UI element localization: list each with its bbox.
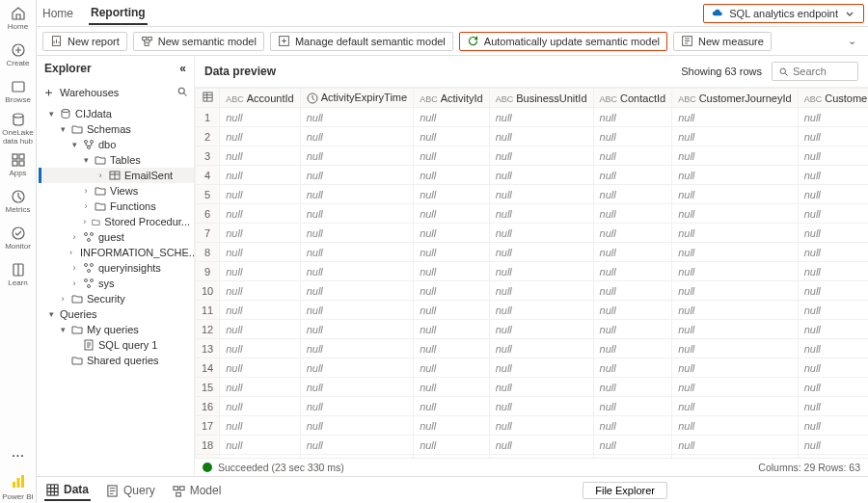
cell[interactable]: null bbox=[489, 108, 593, 127]
rail-apps[interactable]: Apps bbox=[0, 146, 37, 183]
cell[interactable]: null bbox=[300, 416, 413, 436]
column-header[interactable]: ABCCustomerJourney bbox=[798, 89, 868, 108]
cell[interactable]: null bbox=[593, 127, 672, 146]
table-row[interactable]: 15nullnullnullnullnullnullnull bbox=[196, 378, 869, 397]
cell[interactable]: null bbox=[798, 127, 868, 146]
rail-powerbi[interactable]: Power BI bbox=[0, 466, 37, 503]
table-row[interactable]: 8nullnullnullnullnullnullnull bbox=[196, 243, 869, 262]
cell[interactable]: null bbox=[672, 320, 799, 339]
cell[interactable]: null bbox=[220, 146, 300, 166]
table-row[interactable]: 16nullnullnullnullnullnullnull bbox=[196, 397, 869, 416]
cell[interactable]: null bbox=[798, 339, 868, 358]
cell[interactable]: null bbox=[798, 146, 868, 166]
cell[interactable]: null bbox=[798, 436, 868, 455]
cell[interactable]: null bbox=[220, 378, 300, 397]
cell[interactable]: null bbox=[798, 224, 868, 243]
cell[interactable]: null bbox=[672, 416, 799, 436]
tree-infoschema[interactable]: ›INFORMATION_SCHE... bbox=[39, 245, 194, 260]
manage-default-button[interactable]: Manage default semantic model bbox=[270, 32, 453, 51]
new-semantic-model-button[interactable]: New semantic model bbox=[133, 32, 264, 51]
add-warehouse[interactable]: ＋ bbox=[42, 84, 55, 101]
cell[interactable]: null bbox=[593, 378, 672, 397]
cell[interactable]: null bbox=[414, 224, 490, 243]
cell[interactable]: null bbox=[220, 358, 300, 378]
explorer-search[interactable] bbox=[176, 86, 188, 99]
table-row[interactable]: 2nullnullnullnullnullnullnull bbox=[196, 127, 869, 146]
cell[interactable]: null bbox=[489, 358, 593, 378]
cell[interactable]: null bbox=[489, 416, 593, 436]
cell[interactable]: null bbox=[414, 243, 490, 262]
table-row[interactable]: 12nullnullnullnullnullnullnull bbox=[196, 320, 869, 339]
column-header[interactable]: ABCCustomerJourneyId bbox=[672, 89, 799, 108]
data-grid[interactable]: ABCAccountIdActivityExpiryTimeABCActivit… bbox=[195, 88, 868, 458]
tree-queries[interactable]: ▾Queries bbox=[39, 306, 194, 322]
table-row[interactable]: 11nullnullnullnullnullnullnull bbox=[196, 301, 869, 320]
file-explorer-button[interactable]: File Explorer bbox=[583, 482, 667, 499]
cell[interactable]: null bbox=[414, 339, 490, 358]
column-header[interactable]: ABCContactId bbox=[593, 89, 672, 108]
cell[interactable]: null bbox=[300, 339, 413, 358]
cell[interactable]: null bbox=[220, 204, 300, 224]
cell[interactable]: null bbox=[798, 397, 868, 416]
cell[interactable]: null bbox=[220, 339, 300, 358]
auto-update-button[interactable]: Automatically update semantic model bbox=[459, 32, 667, 51]
table-row[interactable]: 17nullnullnullnullnullnullnull bbox=[196, 416, 869, 436]
cell[interactable]: null bbox=[593, 397, 672, 416]
cell[interactable]: null bbox=[300, 146, 413, 166]
cell[interactable]: null bbox=[220, 320, 300, 339]
rail-learn[interactable]: Learn bbox=[0, 256, 37, 293]
cell[interactable]: null bbox=[672, 358, 799, 378]
cell[interactable]: null bbox=[672, 185, 799, 204]
cell[interactable]: null bbox=[220, 108, 300, 127]
cell[interactable]: null bbox=[220, 397, 300, 416]
cell[interactable]: null bbox=[300, 397, 413, 416]
tree-functions[interactable]: ›Functions bbox=[39, 199, 194, 214]
cell[interactable]: null bbox=[414, 320, 490, 339]
cell[interactable]: null bbox=[489, 262, 593, 281]
table-row[interactable]: 3nullnullnullnullnullnullnull bbox=[196, 146, 869, 166]
cell[interactable]: null bbox=[414, 436, 490, 455]
cell[interactable]: null bbox=[672, 146, 799, 166]
cell[interactable]: null bbox=[300, 166, 413, 185]
cell[interactable]: null bbox=[593, 339, 672, 358]
cell[interactable]: null bbox=[414, 301, 490, 320]
cell[interactable]: null bbox=[798, 358, 868, 378]
cell[interactable]: null bbox=[672, 166, 799, 185]
cell[interactable]: null bbox=[414, 358, 490, 378]
cell[interactable]: null bbox=[798, 243, 868, 262]
cell[interactable]: null bbox=[414, 127, 490, 146]
cell[interactable]: null bbox=[489, 204, 593, 224]
cell[interactable]: null bbox=[672, 301, 799, 320]
cell[interactable]: null bbox=[414, 378, 490, 397]
toolbar-overflow[interactable]: ⌄ bbox=[848, 35, 862, 47]
cell[interactable]: null bbox=[489, 127, 593, 146]
cell[interactable]: null bbox=[593, 436, 672, 455]
cell[interactable]: null bbox=[300, 281, 413, 301]
cell[interactable]: null bbox=[798, 320, 868, 339]
table-row[interactable]: 18nullnullnullnullnullnullnull bbox=[196, 436, 869, 455]
cell[interactable]: null bbox=[300, 243, 413, 262]
cell[interactable]: null bbox=[300, 262, 413, 281]
table-row[interactable]: 5nullnullnullnullnullnullnull bbox=[196, 185, 869, 204]
cell[interactable]: null bbox=[798, 262, 868, 281]
rail-home[interactable]: Home bbox=[0, 0, 37, 37]
cell[interactable]: null bbox=[489, 339, 593, 358]
tree-dbo[interactable]: ▾dbo bbox=[39, 137, 194, 152]
cell[interactable]: null bbox=[489, 301, 593, 320]
cell[interactable]: null bbox=[220, 166, 300, 185]
tree-schemas[interactable]: ▾Schemas bbox=[39, 121, 194, 137]
cell[interactable]: null bbox=[672, 204, 799, 224]
cell[interactable]: null bbox=[672, 436, 799, 455]
tree-cijdata[interactable]: ▾CIJdata bbox=[39, 106, 194, 121]
cell[interactable]: null bbox=[300, 378, 413, 397]
cell[interactable]: null bbox=[300, 185, 413, 204]
cell[interactable]: null bbox=[220, 224, 300, 243]
cell[interactable]: null bbox=[798, 204, 868, 224]
cell[interactable]: null bbox=[300, 127, 413, 146]
cell[interactable]: null bbox=[593, 416, 672, 436]
explorer-collapse[interactable]: « bbox=[179, 62, 186, 75]
cell[interactable]: null bbox=[414, 166, 490, 185]
cell[interactable]: null bbox=[489, 436, 593, 455]
cell[interactable]: null bbox=[220, 127, 300, 146]
cell[interactable]: null bbox=[300, 358, 413, 378]
